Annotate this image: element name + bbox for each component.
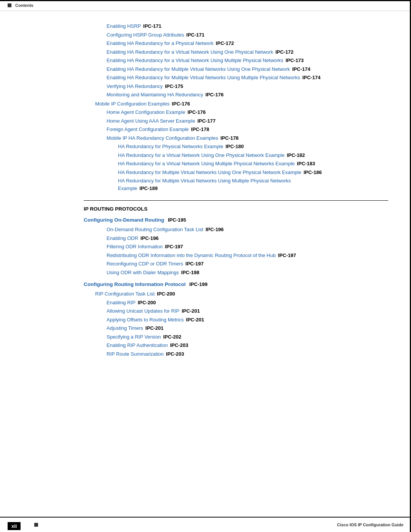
page-num: IPC-174 (292, 66, 311, 73)
toc-link-example-label[interactable]: Example (118, 185, 137, 192)
subsection-heading-on-demand-routing: Configuring On-Demand Routing IPC-195 (84, 217, 388, 223)
footer-page-label: xii (8, 522, 21, 530)
toc-link[interactable]: Enabling HA Redundancy for a Virtual Net… (107, 48, 273, 56)
list-item: RIP Route Summarization IPC-203 (107, 350, 388, 358)
page-num: IPC-198 (181, 269, 199, 276)
toc-link[interactable]: On-Demand Routing Configuration Task Lis… (107, 226, 203, 233)
toc-link[interactable]: Enabling HSRP (107, 22, 141, 30)
list-item: Monitoring and Maintaining HA Redundancy… (107, 91, 388, 99)
page-num: IPC-200 (138, 299, 156, 307)
footer-book-title: Cisco IOS IP Configuration Guide (337, 522, 403, 527)
toc-link-home-agent-config[interactable]: Home Agent Configuration Example (107, 109, 185, 116)
list-item: Reconfiguring CDP or ODR Timers IPC-197 (107, 260, 388, 268)
page-num: IPC-196 (206, 226, 224, 233)
toc-link-ha-multiple-virtual-multiple-physical[interactable]: HA Redundancy for Multiple Virtual Netwo… (118, 178, 291, 184)
page-num: IPC-178 (220, 134, 239, 142)
subsection-on-demand-routing: Configuring On-Demand Routing IPC-195 (84, 217, 388, 223)
toc-group-ha-redundancy: HA Redundancy for Physical Networks Exam… (84, 143, 388, 192)
toc-link[interactable]: Reconfiguring CDP or ODR Timers (107, 260, 183, 268)
list-item: Enabling HSRP IPC-171 (107, 22, 388, 30)
toc-link[interactable]: Enabling HA Redundancy for Multiple Virt… (107, 74, 300, 81)
list-item: Enabling RIP Authentication IPC-203 (107, 342, 388, 349)
list-item: Enabling HA Redundancy for a Virtual Net… (107, 57, 388, 64)
toc-link-specifying-rip-version[interactable]: Specifying a RIP Version (107, 333, 161, 341)
list-item: Using ODR with Dialer Mappings IPC-198 (107, 269, 388, 276)
page-num: IPC-189 (140, 185, 158, 192)
toc-link[interactable]: Applying Offsets to Routing Metrics (107, 316, 184, 324)
toc-link[interactable]: Enabling ODR (107, 235, 138, 242)
list-item-multiline: HA Redundancy for Multiple Virtual Netwo… (118, 177, 388, 192)
page-num: IPC-177 (198, 117, 216, 125)
list-item: Enabling HA Redundancy for a Virtual Net… (107, 48, 388, 56)
toc-link[interactable]: Enabling HA Redundancy for a Virtual Net… (107, 57, 283, 64)
page-num: IPC-201 (182, 307, 200, 315)
page-num: IPC-178 (191, 126, 209, 133)
list-item: HA Redundancy for Physical Networks Exam… (118, 143, 388, 150)
toc-link[interactable]: Enabling HA Redundancy for a Physical Ne… (107, 40, 213, 47)
mobile-ha-redundancy-heading: Mobile IP HA Redundancy Configuration Ex… (107, 134, 388, 142)
page-num: IPC-175 (165, 83, 183, 90)
toc-link[interactable]: Mobile IP HA Redundancy Configuration Ex… (107, 134, 218, 142)
toc-link[interactable]: Allowing Unicast Updates for RIP (107, 307, 179, 315)
list-item: Enabling HA Redundancy for Multiple Virt… (107, 66, 388, 73)
subsection-rip: Configuring Routing Information Protocol… (84, 281, 388, 287)
page-num: IPC-176 (188, 109, 206, 116)
toc-link[interactable]: Enabling RIP (107, 299, 135, 307)
page-num: IPC-199 (189, 281, 207, 287)
toc-link[interactable]: Redistributing ODR Information into the … (107, 252, 276, 259)
section-heading-ip-routing: IP ROUTING PROTOCOLS (84, 206, 388, 212)
page-num: IPC-202 (163, 333, 182, 341)
toc-group-rip-top: RIP Configuration Task List IPC-200 (84, 290, 388, 298)
header-bar: Contents (0, 0, 411, 11)
list-item: Enabling ODR IPC-196 (107, 235, 388, 242)
page-num: IPC-195 (168, 217, 186, 223)
list-item: Allowing Unicast Updates for RIP IPC-201 (107, 307, 388, 315)
content-area: Enabling HSRP IPC-171 Configuring HSRP G… (0, 11, 411, 382)
toc-group-rip: Enabling RIP IPC-200 Allowing Unicast Up… (84, 299, 388, 358)
list-item: HA Redundancy for a Virtual Network Usin… (118, 152, 388, 159)
toc-link-foreign-agent-config[interactable]: Foreign Agent Configuration Example (107, 126, 189, 133)
page-num: IPC-176 (206, 91, 224, 99)
page-num: IPC-201 (186, 316, 204, 324)
list-item: Enabling HA Redundancy for Multiple Virt… (107, 74, 388, 81)
header-square-icon (8, 3, 11, 7)
toc-link-enabling-rip-auth[interactable]: Enabling RIP Authentication (107, 342, 168, 349)
toc-link[interactable]: Mobile IP Configuration Examples (95, 100, 170, 108)
toc-link[interactable]: Adjusting Timers (107, 324, 143, 332)
list-item: Home Agent Configuration Example IPC-176 (107, 109, 388, 116)
toc-link-ha-virtual-multiple-physical[interactable]: HA Redundancy for a Virtual Network Usin… (118, 160, 295, 168)
toc-link[interactable]: Using ODR with Dialer Mappings (107, 269, 179, 276)
list-item: On-Demand Routing Configuration Task Lis… (107, 226, 388, 233)
page-num: IPC-173 (285, 57, 304, 64)
toc-link[interactable]: Configuring HSRP Group Attributes (107, 31, 184, 39)
toc-link[interactable]: Verifying HA Redundancy (107, 83, 162, 90)
toc-link[interactable]: HA Redundancy for a Virtual Network Usin… (118, 152, 285, 159)
list-item-rip-task-list: RIP Configuration Task List IPC-200 (95, 290, 388, 298)
page-num: IPC-176 (172, 100, 190, 108)
list-item: Enabling RIP IPC-200 (107, 299, 388, 307)
page-num: IPC-203 (166, 350, 184, 358)
page-num: IPC-203 (170, 342, 188, 349)
toc-link[interactable]: Monitoring and Maintaining HA Redundancy (107, 91, 203, 99)
page-num: IPC-186 (304, 169, 322, 176)
footer: xii Cisco IOS IP Configuration Guide (0, 517, 411, 532)
toc-group-mobile-ip: Home Agent Configuration Example IPC-176… (84, 109, 388, 142)
page-num: IPC-197 (185, 260, 204, 268)
toc-link-rip-task-list[interactable]: RIP Configuration Task List (95, 290, 155, 298)
page-num: IPC-196 (140, 235, 159, 242)
list-item: Enabling HA Redundancy for a Physical Ne… (107, 40, 388, 47)
toc-link[interactable]: Home Agent Using AAA Server Example (107, 117, 195, 125)
section-divider-ip-routing (84, 200, 388, 201)
toc-link-on-demand-routing[interactable]: Configuring On-Demand Routing (84, 217, 164, 223)
toc-link[interactable]: RIP Route Summarization (107, 350, 164, 358)
toc-link[interactable]: Enabling HA Redundancy for Multiple Virt… (107, 66, 290, 73)
toc-link[interactable]: Filtering ODR Information (107, 243, 162, 251)
toc-link-rip[interactable]: Configuring Routing Information Protocol (84, 281, 186, 287)
toc-link[interactable]: HA Redundancy for Physical Networks Exam… (118, 143, 223, 150)
page-num: IPC-172 (216, 40, 234, 47)
page-num: IPC-171 (143, 22, 161, 30)
toc-link-ha-multiple-virtual-one-physical[interactable]: HA Redundancy for Multiple Virtual Netwo… (118, 169, 301, 176)
page-num: IPC-180 (226, 143, 244, 150)
toc-group-on-demand-routing: On-Demand Routing Configuration Task Lis… (84, 226, 388, 276)
list-item: Home Agent Using AAA Server Example IPC-… (107, 117, 388, 125)
